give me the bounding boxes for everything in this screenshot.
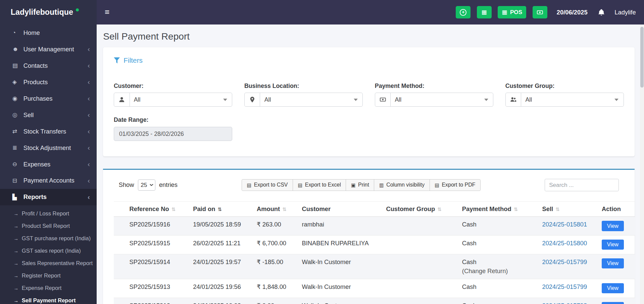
column-header-reference-no[interactable]: Reference No⇅ xyxy=(126,202,190,217)
sell-icon: ◎ xyxy=(12,111,23,118)
business-location-select[interactable]: All xyxy=(244,93,363,107)
view-button[interactable]: View xyxy=(602,221,624,231)
export-pdf-button[interactable]: ▤ Export to PDF xyxy=(430,179,481,191)
column-header-amount[interactable]: Amount⇅ xyxy=(253,202,299,217)
table-body: SP2025/15916 19/05/2025 18:59 ₹ 263.00 r… xyxy=(114,217,635,304)
users-group-icon xyxy=(506,93,522,106)
view-button[interactable]: View xyxy=(602,258,624,268)
submenu-item-5[interactable]: → Register Report xyxy=(0,270,97,282)
pos-button-label: POS xyxy=(510,9,522,16)
file-icon: ▤ xyxy=(298,182,303,188)
submenu-label: Expense Report xyxy=(22,285,61,292)
submenu-item-6[interactable]: → Expense Report xyxy=(0,282,97,295)
cell-action: View xyxy=(598,279,635,298)
column-header-action: Action xyxy=(598,202,635,217)
customer-group-filter: Customer Group: All xyxy=(505,83,624,107)
sidebar-item-user-management[interactable]: ☻ User Management ‹ xyxy=(0,41,97,57)
notifications-button[interactable] xyxy=(598,9,605,16)
add-button[interactable]: + xyxy=(456,6,470,18)
cell-reference-no: SP2025/15913 xyxy=(126,279,190,298)
column-header-customer-group[interactable]: Customer Group⇅ xyxy=(383,202,459,217)
sidebar-nav: ◔ Home ☻ User Management ‹ ▤ Contacts ‹ … xyxy=(0,24,97,304)
page-size-select[interactable]: 25 xyxy=(138,180,155,191)
scrollbar-thumb[interactable] xyxy=(640,27,644,88)
submenu-label: Register Report xyxy=(22,272,61,279)
submenu-item-4[interactable]: → Sales Representative Report xyxy=(0,257,97,270)
table-row-2: SP2025/15914 24/01/2025 19:57 ₹ -185.00 … xyxy=(114,254,635,279)
export-excel-button[interactable]: ▤ Export to Excel xyxy=(293,179,346,191)
cell-customer-group xyxy=(383,298,459,304)
chevron-left-icon: ‹ xyxy=(88,95,90,102)
cell-customer-group xyxy=(383,279,459,298)
sidebar-item-products[interactable]: ◈ Products ‹ xyxy=(0,74,97,90)
view-button[interactable]: View xyxy=(602,240,624,250)
cell-customer-group xyxy=(383,217,459,236)
hamburger-menu-icon[interactable]: ≡ xyxy=(105,8,109,16)
sell-invoice-link[interactable]: 2024/25-015799 xyxy=(542,258,587,265)
cell-control xyxy=(114,235,126,254)
filters-heading: Filters xyxy=(114,56,624,64)
entries-label: entries xyxy=(159,181,178,189)
user-menu[interactable]: Ladylife xyxy=(614,9,636,16)
sidebar-item-sell[interactable]: ◎ Sell ‹ xyxy=(0,107,97,123)
chevron-left-icon: ‹ xyxy=(88,111,90,118)
column-header-payment-method[interactable]: Payment Method⇅ xyxy=(459,202,539,217)
sell-invoice-link[interactable]: 2024/25-015800 xyxy=(542,240,587,247)
submenu-item-1[interactable]: → Product Sell Report xyxy=(0,220,97,232)
payment-method-label: Payment Method: xyxy=(375,83,493,90)
sell-invoice-link[interactable]: 2024/25-015799 xyxy=(542,283,587,290)
caret-down-icon xyxy=(354,99,358,101)
filters-grid: Customer: All Business Location: All xyxy=(114,83,624,141)
cell-amount: ₹ 0.00 xyxy=(253,298,299,304)
cell-sell: 2024/25-015801 xyxy=(539,217,598,236)
sidebar-item-reports[interactable]: ▙ Reports ‹ xyxy=(0,189,97,205)
submenu-label: GST sales report (India) xyxy=(22,248,81,254)
brand-logo[interactable]: Ladylifeboutique xyxy=(0,0,97,24)
calculator-icon: ▦ xyxy=(481,9,487,15)
submenu-item-0[interactable]: → Profit / Loss Report xyxy=(0,207,97,220)
column-header-paid-on[interactable]: Paid on⇅ xyxy=(190,202,253,217)
submenu-label: Profit / Loss Report xyxy=(22,210,69,217)
column-visibility-button[interactable]: ▥ Column visibility xyxy=(374,179,430,191)
cell-sell: 2024/25-015800 xyxy=(539,235,598,254)
top-navbar: Ladylifeboutique ≡ + ▦ ▦ POS 20/06/2025 xyxy=(0,0,644,24)
sell-invoice-link[interactable]: 2024/25-015798 xyxy=(542,302,587,304)
cell-amount: ₹ -185.00 xyxy=(253,254,299,279)
sidebar-item-payment-accounts[interactable]: ⊟ Payment Accounts ‹ xyxy=(0,172,97,189)
cell-control xyxy=(114,217,126,236)
column-header-control xyxy=(114,202,126,217)
sidebar-item-contacts[interactable]: ▤ Contacts ‹ xyxy=(0,57,97,74)
payment-method-select[interactable]: All xyxy=(375,93,493,107)
search-input[interactable] xyxy=(545,179,619,191)
customer-group-select[interactable]: All xyxy=(505,93,624,107)
chevron-left-icon: ‹ xyxy=(88,46,90,53)
cell-payment-method: Cash xyxy=(459,235,539,254)
minus-circle-icon: ⊖ xyxy=(12,161,23,168)
topbar-actions: + ▦ ▦ POS 20/06/2025 Ladylife xyxy=(456,6,636,18)
date-range-input[interactable] xyxy=(114,127,232,141)
table-row-3: SP2025/15913 24/01/2025 19:56 ₹ 1,848.00… xyxy=(114,279,635,298)
sidebar-item-stock-transfers[interactable]: ⇄ Stock Transfers ‹ xyxy=(0,123,97,140)
cell-amount: ₹ 263.00 xyxy=(253,217,299,236)
print-button[interactable]: ▣ Print xyxy=(346,179,374,191)
column-header-customer[interactable]: Customer xyxy=(299,202,383,217)
sell-invoice-link[interactable]: 2024/25-015801 xyxy=(542,221,587,228)
view-button[interactable]: View xyxy=(602,302,624,304)
submenu-item-3[interactable]: → GST sales report (India) xyxy=(0,245,97,257)
cash-register-button[interactable] xyxy=(533,6,547,18)
view-button[interactable]: View xyxy=(602,283,624,293)
sort-icon: ⇅ xyxy=(171,207,176,212)
calculator-button[interactable]: ▦ xyxy=(477,6,492,18)
sidebar-item-home[interactable]: ◔ Home xyxy=(0,24,97,41)
sidebar-item-expenses[interactable]: ⊖ Expenses ‹ xyxy=(0,156,97,172)
sidebar-item-stock-adjustment[interactable]: ≣ Stock Adjustment ‹ xyxy=(0,140,97,156)
sidebar-item-purchases[interactable]: ◉ Purchases ‹ xyxy=(0,90,97,107)
customer-select[interactable]: All xyxy=(114,93,232,107)
export-csv-button[interactable]: ▤ Export to CSV xyxy=(242,179,293,191)
submenu-item-2[interactable]: → GST purchase report (India) xyxy=(0,232,97,245)
pos-button[interactable]: ▦ POS xyxy=(498,6,526,18)
submenu-item-7[interactable]: → Sell Payment Report xyxy=(0,295,97,304)
column-header-sell[interactable]: Sell⇅ xyxy=(539,202,598,217)
datatable-controls: Show 25 entries ▤ Export to CSV ▤ Export… xyxy=(119,179,619,191)
report-table-card: Show 25 entries ▤ Export to CSV ▤ Export… xyxy=(103,169,635,304)
